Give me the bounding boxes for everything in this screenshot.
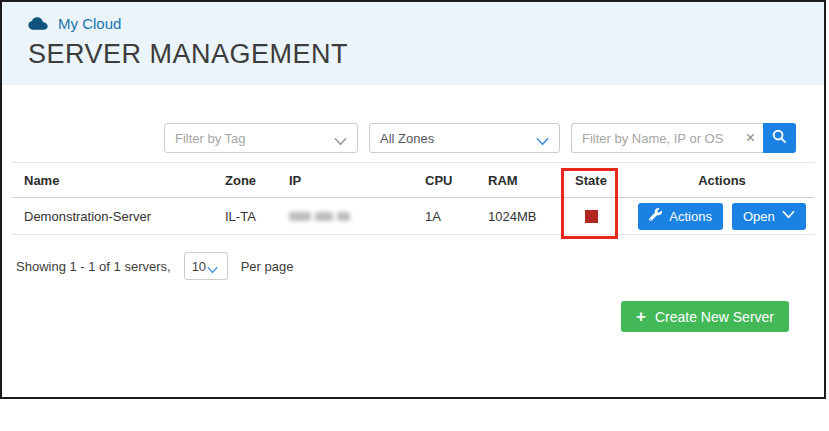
search-group: × (571, 123, 796, 153)
column-header-zone: Zone (215, 173, 279, 188)
create-row: + Create New Server (2, 301, 789, 332)
column-header-actions: Actions (630, 173, 814, 188)
breadcrumb[interactable]: My Cloud (28, 2, 824, 32)
server-cpu-cell: 1A (415, 209, 478, 224)
state-stopped-indicator (585, 210, 598, 223)
open-button-label: Open (743, 209, 775, 224)
column-header-state: State (552, 173, 630, 188)
plus-icon: + (636, 308, 646, 325)
search-input[interactable] (571, 123, 763, 153)
per-page-label: Per page (241, 259, 294, 274)
chevron-down-icon (334, 134, 347, 143)
search-button[interactable] (763, 123, 796, 153)
action-buttons: Actions Open (638, 203, 805, 230)
column-header-ip: IP (279, 173, 415, 188)
cloud-icon (28, 17, 48, 31)
ip-redacted-value (289, 212, 350, 221)
column-header-ram: RAM (478, 173, 552, 188)
chevron-down-icon (536, 134, 549, 143)
screen: My Cloud SERVER MANAGEMENT Filter by Tag… (0, 0, 829, 431)
zones-select[interactable]: All Zones (369, 123, 560, 153)
clear-x-icon[interactable]: × (746, 130, 755, 146)
server-state-cell (552, 210, 630, 223)
column-header-name: Name (12, 173, 215, 188)
per-page-value: 10 (192, 259, 206, 274)
filter-by-tag-select[interactable]: Filter by Tag (164, 123, 358, 153)
search-box: × (571, 123, 763, 153)
server-ip-cell (279, 209, 415, 224)
pagination-summary: Showing 1 - 1 of 1 servers, (16, 259, 171, 274)
wrench-icon (649, 208, 662, 224)
column-header-cpu: CPU (415, 173, 478, 188)
create-new-server-button[interactable]: + Create New Server (621, 301, 789, 332)
server-actions-cell: Actions Open (630, 203, 814, 230)
pagination: Showing 1 - 1 of 1 servers, 10 Per page (16, 252, 824, 280)
app-window: My Cloud SERVER MANAGEMENT Filter by Tag… (0, 0, 826, 399)
server-zone-cell: IL-TA (215, 209, 279, 224)
chevron-down-icon (782, 208, 795, 224)
servers-table: Name Zone IP CPU RAM State Actions Demon… (12, 162, 814, 235)
table-header-row: Name Zone IP CPU RAM State Actions (12, 162, 814, 198)
server-ram-cell: 1024MB (478, 209, 552, 224)
search-icon (772, 129, 787, 147)
filter-by-tag-placeholder: Filter by Tag (175, 131, 246, 146)
table-row: Demonstration-Server IL-TA 1A 1024MB (12, 198, 814, 235)
per-page-select[interactable]: 10 (184, 252, 228, 280)
create-new-server-label: Create New Server (655, 309, 774, 325)
actions-button-label: Actions (669, 209, 712, 224)
page-title: SERVER MANAGEMENT (28, 39, 824, 70)
chevron-down-icon (207, 262, 220, 271)
breadcrumb-label[interactable]: My Cloud (58, 15, 121, 32)
zones-selected-value: All Zones (380, 131, 434, 146)
page-header: My Cloud SERVER MANAGEMENT (2, 2, 824, 85)
server-name-cell: Demonstration-Server (12, 209, 215, 224)
open-button[interactable]: Open (732, 203, 806, 230)
filter-bar: Filter by Tag All Zones × (164, 123, 824, 153)
actions-button[interactable]: Actions (638, 203, 723, 230)
